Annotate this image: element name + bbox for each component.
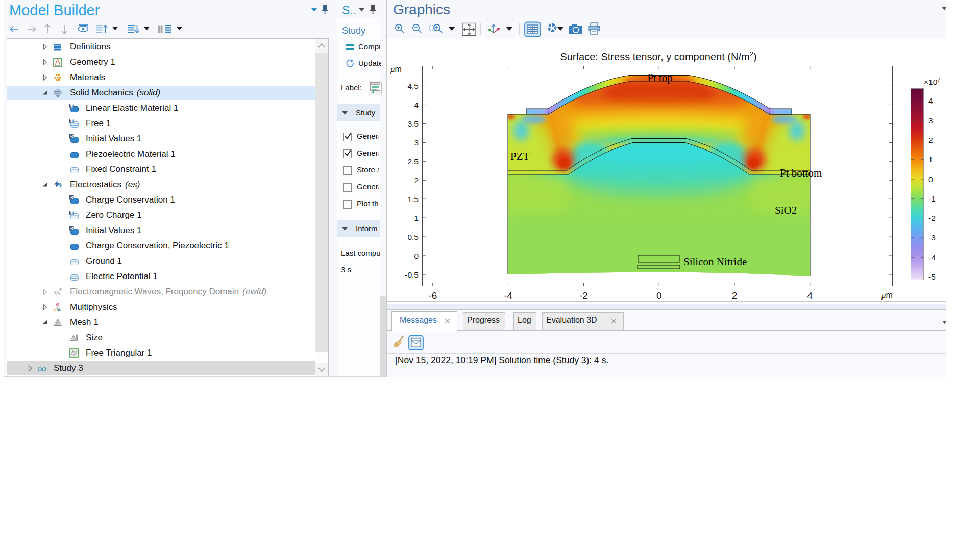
svg-text:-5: -5 [928, 272, 936, 281]
svg-text:-4: -4 [928, 253, 936, 262]
svg-text:μm: μm [881, 290, 893, 300]
svg-text:0.5: 0.5 [407, 233, 419, 241]
svg-text:-4: -4 [504, 290, 512, 301]
svg-text:×107: ×107 [924, 77, 940, 86]
svg-text:-0.5: -0.5 [405, 270, 419, 279]
svg-text:2: 2 [732, 290, 738, 301]
svg-text:Pt bottom: Pt bottom [780, 167, 822, 179]
svg-text:SiO2: SiO2 [775, 204, 797, 216]
svg-text:-2: -2 [579, 290, 588, 301]
svg-text:-1: -1 [928, 194, 936, 203]
svg-text:Silicon Nitride: Silicon Nitride [683, 256, 747, 268]
svg-text:4: 4 [414, 101, 419, 109]
svg-text:Pt top: Pt top [647, 71, 673, 84]
svg-text:-3: -3 [928, 233, 936, 242]
svg-text:3: 3 [414, 138, 419, 147]
svg-text:D: D [70, 104, 73, 108]
svg-text:3: 3 [928, 116, 933, 125]
svg-text:D: D [70, 211, 73, 215]
svg-text:μm: μm [390, 64, 402, 74]
svg-text:1: 1 [928, 155, 933, 164]
svg-text:PZT: PZT [510, 150, 530, 162]
svg-text:Surface: Stress tensor, y comp: Surface: Stress tensor, y component (N/m… [560, 50, 756, 62]
svg-text:2.5: 2.5 [407, 157, 419, 166]
svg-text:D: D [70, 196, 73, 199]
svg-text:0: 0 [928, 175, 933, 184]
svg-text:D: D [70, 227, 73, 230]
svg-text:2: 2 [414, 176, 419, 185]
svg-text:4: 4 [928, 96, 933, 105]
svg-text:1.5: 1.5 [407, 195, 419, 204]
svg-text:D: D [70, 135, 73, 138]
svg-text:2: 2 [928, 136, 933, 144]
svg-text:1: 1 [414, 214, 419, 222]
svg-text:3.5: 3.5 [407, 119, 419, 128]
svg-text:-2: -2 [928, 214, 936, 222]
svg-text:4: 4 [807, 290, 813, 301]
svg-text:0: 0 [414, 252, 419, 260]
svg-text:4.5: 4.5 [407, 82, 419, 90]
svg-text:-6: -6 [428, 290, 437, 301]
svg-text:0: 0 [656, 290, 662, 301]
svg-text:D: D [70, 119, 73, 123]
